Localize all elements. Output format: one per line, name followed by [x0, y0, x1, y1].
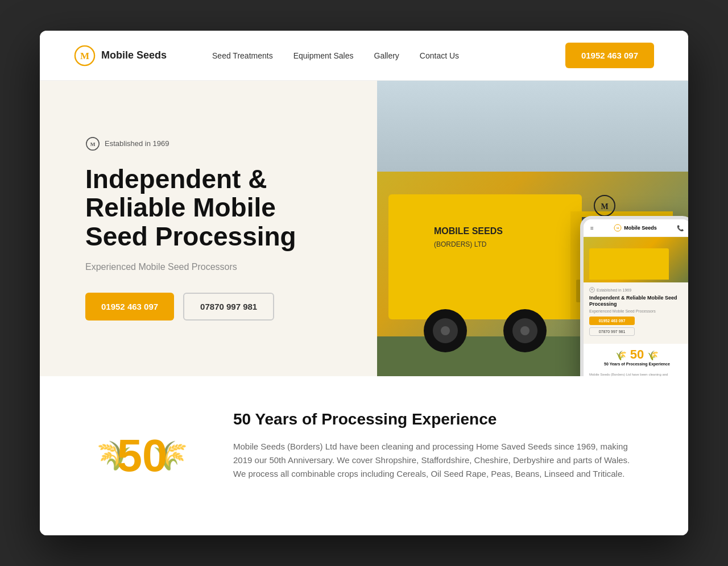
- svg-point-15: [520, 326, 530, 335]
- svg-text:M: M: [80, 50, 89, 61]
- website-mockup: M Mobile Seeds Seed Treatments Equipment…: [40, 31, 688, 535]
- fifty-badge: 🌾 50 🌾: [97, 410, 188, 501]
- mobile-established-text: Established in 1969: [597, 288, 631, 292]
- mobile-established: M Established in 1969: [589, 287, 685, 293]
- mobile-phone-icon: 📞: [677, 225, 684, 231]
- hero-subtitle: Experienced Mobile Seed Processors: [85, 262, 343, 272]
- mobile-fifty-number: 50: [630, 347, 644, 361]
- hero-phone-secondary-button[interactable]: 07870 997 981: [183, 293, 274, 321]
- mobile-fifty-badge: 🌾 50 🌾: [589, 348, 685, 361]
- section-text: Mobile Seeds (Borders) Ltd have been cle…: [233, 440, 643, 481]
- mobile-hero-content: M Established in 1969 Independent & Reli…: [584, 282, 688, 344]
- nav-contact[interactable]: Contact Us: [420, 51, 459, 60]
- mobile-top-bar: ≡ M Mobile Seeds 📞: [584, 219, 688, 237]
- svg-text:MOBILE SEEDS: MOBILE SEEDS: [434, 226, 503, 236]
- svg-text:M: M: [617, 227, 619, 230]
- fifty-number: 50: [117, 433, 168, 478]
- logo-icon: M: [74, 45, 96, 66]
- hero-content: M Established in 1969 Independent & Reli…: [40, 81, 377, 376]
- established-icon: M: [85, 136, 100, 151]
- mobile-truck: [589, 248, 669, 280]
- nav-equipment-sales[interactable]: Equipment Sales: [293, 51, 354, 60]
- hero-buttons: 01952 463 097 07870 997 981: [85, 293, 343, 321]
- svg-text:(BORDERS) LTD: (BORDERS) LTD: [434, 240, 487, 248]
- established-text: Established in 1969: [105, 139, 169, 148]
- mobile-est-icon: M: [589, 287, 595, 293]
- svg-text:M: M: [90, 141, 96, 147]
- mobile-phone-primary[interactable]: 01952 463 097: [589, 317, 635, 325]
- section-title: 50 Years of Processing Experience: [233, 410, 643, 428]
- nav-links: Seed Treatments Equipment Sales Gallery …: [212, 51, 565, 60]
- mobile-description: Mobile Seeds (Borders) Ltd have been cle…: [584, 371, 688, 376]
- mobile-phone-secondary[interactable]: 07870 997 981: [589, 327, 635, 336]
- mobile-laurel-right: 🌾: [647, 351, 659, 360]
- mobile-fifty-label: 50 Years of Processing Experience: [589, 362, 685, 366]
- bottom-section: 🌾 50 🌾 50 Years of Processing Experience…: [40, 376, 688, 535]
- mobile-fifty-section: 🌾 50 🌾 50 Years of Processing Experience: [584, 344, 688, 371]
- svg-point-12: [441, 326, 450, 335]
- mobile-logo: M Mobile Seeds: [614, 224, 657, 232]
- established-badge: M Established in 1969: [85, 136, 343, 151]
- mobile-laurel-left: 🌾: [615, 351, 627, 360]
- hero-phone-primary-button[interactable]: 01952 463 097: [85, 293, 174, 321]
- nav-phone-button[interactable]: 01952 463 097: [565, 43, 654, 68]
- fifty-badge-area: 🌾 50 🌾: [85, 410, 199, 501]
- mobile-mockup: ≡ M Mobile Seeds 📞: [580, 216, 688, 376]
- mobile-logo-icon: M: [614, 224, 622, 232]
- mobile-hero-image: [584, 237, 688, 282]
- hero-title: Independent & Reliable Mobile Seed Proce…: [85, 165, 343, 251]
- mobile-subtitle: Experienced Mobile Seed Processors: [589, 309, 685, 313]
- hero-section: M Established in 1969 Independent & Reli…: [40, 81, 688, 376]
- truck-image: MOBILE SEEDS (BORDERS) LTD M: [377, 81, 688, 376]
- svg-text:M: M: [591, 289, 593, 292]
- mobile-hamburger-icon: ≡: [590, 225, 594, 231]
- bottom-content: 50 Years of Processing Experience Mobile…: [233, 410, 643, 501]
- sky: [377, 81, 688, 172]
- nav-gallery[interactable]: Gallery: [374, 51, 399, 60]
- brand-name: Mobile Seeds: [101, 49, 167, 61]
- svg-text:M: M: [601, 202, 608, 211]
- logo[interactable]: M Mobile Seeds: [74, 45, 167, 66]
- mobile-brand-name: Mobile Seeds: [624, 225, 657, 231]
- nav-seed-treatments[interactable]: Seed Treatments: [212, 51, 273, 60]
- svg-rect-4: [388, 194, 582, 319]
- navbar: M Mobile Seeds Seed Treatments Equipment…: [40, 31, 688, 81]
- hero-image: MOBILE SEEDS (BORDERS) LTD M: [377, 81, 688, 376]
- mobile-title: Independent & Reliable Mobile Seed Proce…: [589, 295, 685, 307]
